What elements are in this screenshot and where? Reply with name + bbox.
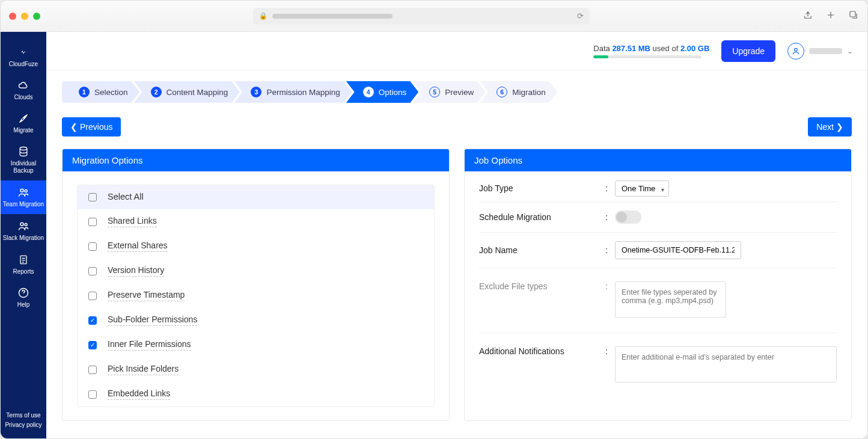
notify-label: Additional Notifications — [479, 346, 605, 356]
option-checkbox[interactable] — [88, 218, 97, 226]
reload-icon[interactable]: ⟳ — [577, 11, 584, 20]
job-options-panel: Job Options Job Type : One Time — [464, 149, 852, 421]
option-label: Embedded Links — [108, 388, 170, 400]
exclude-input[interactable] — [615, 281, 726, 318]
lock-icon: 🔒 — [259, 12, 267, 20]
chevron-down-icon: ⌄ — [847, 47, 853, 55]
step-permission-mapping[interactable]: 3Permission Mapping — [234, 81, 352, 103]
team-icon — [17, 220, 29, 232]
option-label: Pick Inside Folders — [108, 364, 179, 375]
sidebar-item-label: Reports — [13, 268, 34, 275]
option-checkbox[interactable] — [88, 366, 97, 374]
option-checkbox[interactable] — [88, 267, 97, 275]
schedule-label: Schedule Migration — [479, 212, 605, 222]
cloud-icon — [17, 79, 29, 91]
svg-point-8 — [795, 48, 798, 51]
option-label: Shared Links — [108, 216, 157, 227]
step-label: Preview — [445, 88, 474, 97]
exclude-label: Exclude File types — [479, 281, 605, 291]
usage-total: 2.00 GB — [680, 44, 709, 53]
option-row: Shared Links — [78, 209, 434, 234]
svg-rect-0 — [850, 11, 855, 17]
notify-input[interactable] — [615, 346, 837, 382]
window-close-icon[interactable] — [9, 13, 16, 20]
team-icon — [17, 186, 29, 198]
privacy-link[interactable]: Privacy policy — [5, 420, 41, 430]
step-label: Migration — [512, 88, 546, 97]
brand-label: CloudFuze — [9, 61, 38, 67]
option-label: Select All — [108, 192, 144, 203]
sidebar-item-reports[interactable]: Reports — [1, 248, 46, 281]
option-label: Preserve Timestamp — [108, 290, 185, 301]
window-minimize-icon[interactable] — [21, 13, 28, 20]
step-label: Options — [379, 88, 407, 97]
option-label: Sub-Folder Permissions — [108, 315, 197, 326]
svg-point-4 — [20, 223, 23, 226]
svg-point-2 — [20, 189, 23, 192]
migration-options-panel: Migration Options Select AllShared Links… — [62, 149, 450, 421]
window-maximize-icon[interactable] — [33, 13, 40, 20]
usage-used: 287.51 MB — [612, 44, 650, 53]
profile-menu[interactable]: ⌄ — [787, 43, 853, 60]
step-selection[interactable]: 1Selection — [62, 81, 140, 103]
sidebar-footer: Terms of use Privacy policy — [2, 405, 44, 438]
tabs-icon[interactable] — [848, 10, 859, 23]
option-checkbox[interactable] — [88, 292, 97, 300]
data-usage: Data 287.51 MB used of 2.00 GB — [593, 44, 709, 58]
address-bar[interactable]: 🔒 ⟳ — [253, 8, 590, 25]
job-type-label: Job Type — [479, 183, 605, 193]
step-content-mapping[interactable]: 2Content Mapping — [134, 81, 240, 103]
rocket-icon — [17, 112, 29, 124]
sidebar-item-label: Team Migration — [3, 201, 44, 208]
step-label: Content Mapping — [167, 88, 228, 97]
step-preview[interactable]: 5Preview — [412, 81, 486, 103]
job-name-input[interactable] — [615, 241, 741, 259]
sidebar-item-migrate[interactable]: Migrate — [1, 106, 46, 140]
svg-point-1 — [20, 147, 27, 150]
share-icon[interactable] — [802, 10, 813, 23]
sidebar-item-individual-backup[interactable]: Individual Backup — [1, 140, 46, 180]
option-label: Version History — [108, 265, 164, 277]
new-tab-icon[interactable] — [825, 10, 836, 23]
step-migration[interactable]: 6Migration — [480, 81, 558, 103]
sidebar-item-label: Help — [17, 301, 30, 308]
option-checkbox[interactable] — [88, 242, 97, 251]
previous-button[interactable]: ❮Previous — [62, 117, 121, 137]
sidebar-item-label: Individual Backup — [1, 160, 46, 174]
schedule-toggle[interactable] — [615, 210, 641, 224]
avatar-icon — [787, 43, 804, 60]
option-checkbox[interactable] — [88, 341, 97, 349]
terms-link[interactable]: Terms of use — [5, 411, 41, 420]
report-icon — [17, 254, 29, 266]
step-label: Permission Mapping — [266, 88, 340, 97]
next-button[interactable]: Next❯ — [808, 117, 852, 137]
panel-title: Migration Options — [63, 149, 449, 171]
option-checkbox[interactable] — [88, 193, 97, 201]
option-row: Sub-Folder Permissions — [78, 308, 434, 333]
usage-middle: used of — [653, 44, 679, 53]
usage-prefix: Data — [593, 44, 610, 53]
option-checkbox[interactable] — [88, 390, 97, 399]
option-checkbox[interactable] — [88, 316, 97, 325]
sidebar-item-slack-migration[interactable]: Slack Migration — [1, 214, 46, 248]
usage-bar — [593, 55, 701, 58]
panel-title: Job Options — [465, 149, 851, 171]
option-row: Select All — [78, 185, 434, 209]
svg-point-5 — [25, 224, 27, 226]
job-type-select[interactable]: One Time — [615, 183, 669, 193]
option-row: Pick Inside Folders — [78, 357, 434, 382]
step-options[interactable]: 4Options — [346, 81, 419, 103]
browser-titlebar: 🔒 ⟳ — [1, 1, 867, 32]
job-name-label: Job Name — [479, 245, 605, 255]
job-type-value: One Time — [615, 180, 669, 197]
option-row: Version History — [78, 259, 434, 283]
option-label: Inner File Permissions — [108, 339, 191, 351]
upgrade-button[interactable]: Upgrade — [721, 40, 775, 62]
sidebar-item-clouds[interactable]: Clouds — [1, 73, 46, 106]
sidebar-item-team-migration[interactable]: Team Migration — [1, 180, 46, 214]
chevron-left-icon: ❮ — [70, 122, 78, 132]
option-row: Preserve Timestamp — [78, 283, 434, 308]
sidebar-item-help[interactable]: Help — [1, 281, 46, 314]
topbar: Data 287.51 MB used of 2.00 GB Upgrade ⌄ — [46, 32, 867, 70]
brand: CloudFuze — [1, 40, 46, 73]
